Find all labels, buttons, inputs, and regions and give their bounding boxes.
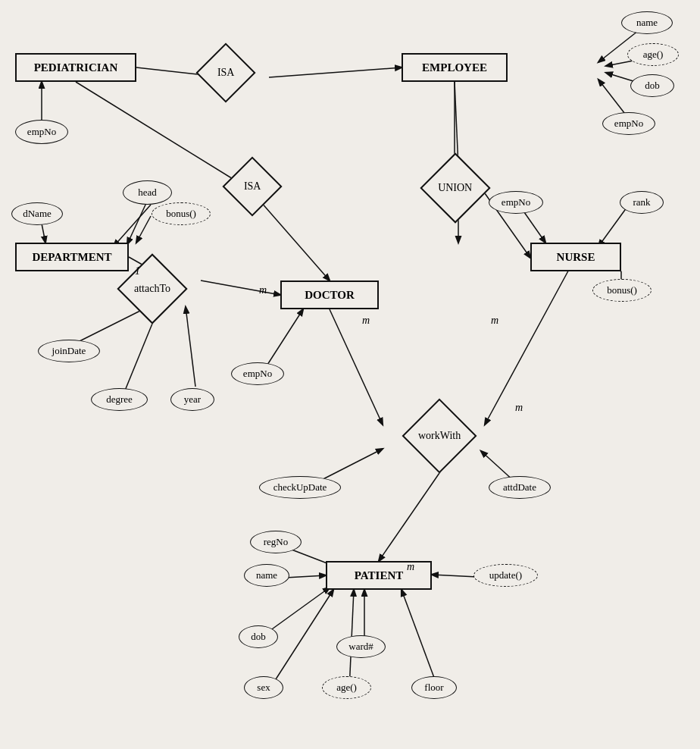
entity-doctor: DOCTOR [280, 280, 379, 309]
cardinality-m1-label: m [259, 284, 267, 296]
attr-degree: degree [91, 388, 148, 411]
cardinality-m3: m [491, 315, 498, 327]
attr-age-emp-label: age() [643, 49, 664, 61]
attr-checkupdate-label: checkUpDate [273, 481, 327, 494]
cardinality-m5-label: m [515, 402, 523, 413]
attr-degree-label: degree [106, 393, 133, 406]
cardinality-m4-label: m [407, 561, 414, 572]
attr-bonus-nurse-label: bonus() [607, 284, 637, 296]
entity-patient-label: PATIENT [355, 569, 403, 582]
attr-update-pat-label: update() [489, 569, 522, 581]
attr-regno: regNo [250, 531, 302, 553]
cardinality-1: 1 [135, 265, 140, 277]
cardinality-m5: m [515, 402, 523, 414]
svg-line-27 [330, 309, 383, 425]
attr-empno-ped: empNo [15, 120, 68, 144]
attr-empno-ped-label: empNo [27, 126, 56, 138]
attr-floor-pat-label: floor [424, 682, 443, 694]
svg-line-21 [136, 216, 151, 243]
attr-age-emp: age() [627, 43, 679, 66]
cardinality-m2: m [362, 315, 370, 327]
attr-name-pat-label: name [256, 569, 277, 581]
svg-line-38 [402, 590, 439, 690]
entity-department: DEPARTMENT [15, 243, 129, 271]
cardinality-m1: m [259, 284, 267, 296]
entity-employee: EMPLOYEE [402, 53, 508, 82]
attr-regno-label: regNo [264, 536, 289, 548]
relationship-workwith: workWith [402, 399, 477, 474]
relationship-workwith-label: workWith [418, 430, 461, 442]
attr-empno-doc: empNo [231, 362, 284, 385]
attr-empno-doc-label: empNo [243, 368, 272, 380]
attr-dob-emp-label: dob [645, 80, 660, 92]
svg-line-20 [114, 205, 151, 246]
er-diagram: PEDIATRICIAN EMPLOYEE DEPARTMENT DOCTOR … [0, 0, 700, 749]
attr-rank-nurse-label: rank [633, 196, 650, 208]
attr-empno-emp-label: empNo [614, 118, 643, 130]
entity-patient: PATIENT [326, 561, 432, 590]
relationship-isa2-label: ISA [244, 180, 261, 193]
attr-checkupdate: checkUpDate [259, 476, 341, 499]
attr-empno-nurse-label: empNo [502, 196, 530, 208]
svg-line-23 [72, 307, 148, 345]
attr-attddate-label: attdDate [503, 481, 536, 494]
cardinality-m2-label: m [362, 315, 370, 326]
entity-department-label: DEPARTMENT [32, 251, 111, 264]
attr-age-pat: age() [322, 676, 371, 699]
attr-year: year [170, 388, 214, 411]
attr-floor-pat: floor [411, 676, 457, 699]
attr-attddate: attdDate [489, 476, 551, 499]
entity-doctor-label: DOCTOR [305, 289, 355, 302]
attr-dob-pat: dob [239, 625, 278, 648]
attr-empno-nurse: empNo [489, 191, 543, 214]
attr-joindate: joinDate [38, 340, 100, 362]
attr-head-label: head [138, 186, 157, 199]
attr-year-label: year [184, 393, 201, 406]
attr-sex-pat: sex [244, 676, 283, 699]
attr-ward-pat: ward# [336, 635, 386, 658]
attr-age-pat-label: age() [336, 682, 357, 694]
svg-line-9 [598, 205, 629, 246]
attr-ward-pat-label: ward# [348, 641, 373, 653]
attr-bonus-nurse: bonus() [592, 279, 652, 302]
svg-line-25 [186, 307, 195, 387]
attr-rank-nurse: rank [620, 191, 664, 214]
entity-pediatrician: PEDIATRICIAN [15, 53, 136, 82]
attr-name-emp: name [621, 11, 673, 34]
svg-line-28 [485, 257, 576, 425]
relationship-isa1-label: ISA [217, 67, 235, 79]
attr-joindate-label: joinDate [52, 345, 86, 357]
entity-pediatrician-label: PEDIATRICIAN [34, 61, 118, 74]
attr-name-emp-label: name [636, 17, 658, 29]
entity-nurse-label: NURSE [557, 251, 595, 264]
svg-line-1 [269, 67, 402, 77]
attr-sex-pat-label: sex [257, 682, 270, 694]
attr-dname-label: dName [23, 208, 52, 220]
cardinality-1-label: 1 [135, 265, 140, 277]
attr-update-pat: update() [473, 564, 538, 587]
attr-bonus-dept-label: bonus() [166, 208, 196, 220]
attr-dob-emp: dob [630, 74, 674, 97]
relationship-union-label: UNION [438, 182, 472, 194]
attr-empno-emp: empNo [602, 112, 655, 135]
relationship-union: UNION [420, 152, 490, 223]
cardinality-m4: m [407, 561, 414, 573]
attr-name-pat: name [244, 564, 289, 587]
attr-head: head [123, 180, 172, 205]
relationship-isa1: ISA [195, 42, 255, 102]
attr-dname: dName [11, 202, 63, 225]
attr-bonus-dept: bonus() [152, 202, 211, 225]
svg-line-35 [269, 590, 333, 690]
attr-dob-pat-label: dob [251, 631, 266, 643]
entity-employee-label: EMPLOYEE [422, 61, 487, 74]
entity-nurse: NURSE [530, 243, 621, 271]
relationship-isa2: ISA [222, 156, 282, 216]
svg-line-13 [201, 280, 280, 295]
cardinality-m3-label: m [491, 315, 498, 326]
relationship-attachto-label: attachTo [134, 283, 170, 295]
